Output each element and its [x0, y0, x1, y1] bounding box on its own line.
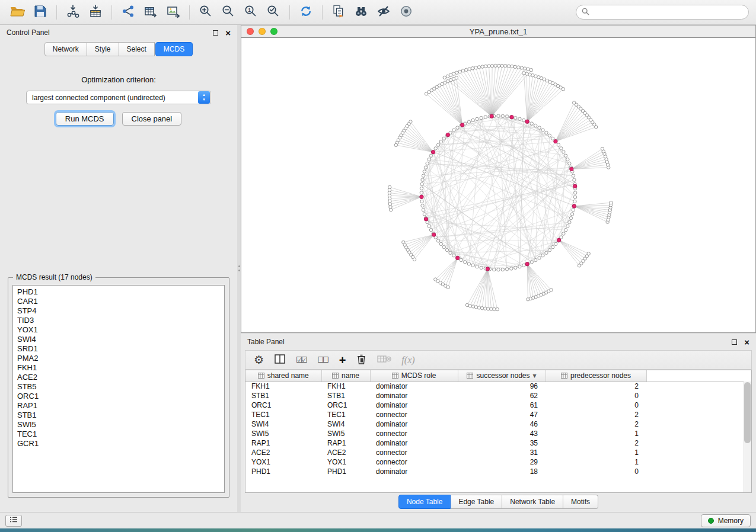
tab-network[interactable]: Network: [44, 42, 87, 56]
optimization-criterion-label: Optimization criterion:: [0, 75, 237, 84]
table-row[interactable]: SWI4SWI4dominator462: [245, 419, 751, 429]
search-binoculars-button[interactable]: [350, 3, 372, 22]
table-row[interactable]: ORC1ORC1dominator610: [245, 400, 751, 410]
mcds-result-item[interactable]: SRD1: [17, 344, 220, 354]
clear-table-button[interactable]: [377, 354, 391, 366]
zoom-out-button[interactable]: [218, 3, 239, 22]
column-header-predecessor-nodes[interactable]: predecessor nodes: [546, 370, 646, 382]
add-column-button[interactable]: +: [339, 354, 346, 366]
show-columns-button[interactable]: [274, 354, 286, 366]
table-settings-button[interactable]: ⚙: [254, 354, 264, 366]
control-panel-tabs: Network Style Select MCDS: [0, 40, 237, 61]
tab-network-table[interactable]: Network Table: [502, 495, 563, 509]
maximize-window-icon[interactable]: [270, 28, 277, 35]
zoom-selected-button[interactable]: [263, 3, 284, 22]
table-cell: 2: [546, 410, 646, 419]
memory-button[interactable]: Memory: [701, 514, 751, 527]
export-image-icon: [166, 4, 180, 20]
mcds-result-item[interactable]: YOX1: [17, 325, 220, 335]
open-file-button[interactable]: [7, 3, 28, 22]
table-cell: SWI4: [321, 419, 370, 429]
float-panel-icon[interactable]: [213, 30, 218, 36]
close-panel-button[interactable]: Close panel: [122, 112, 182, 126]
refresh-layout-button[interactable]: [295, 3, 317, 22]
column-header-name[interactable]: name: [321, 370, 370, 382]
export-table-button[interactable]: [140, 3, 161, 22]
table-row[interactable]: ACE2ACE2connector311: [245, 448, 751, 457]
table-cell: PHD1: [321, 467, 370, 476]
select-all-rows-button[interactable]: ☑☑: [296, 355, 307, 364]
copy-document-button[interactable]: [328, 3, 349, 22]
table-row[interactable]: FKH1FKH1dominator962: [245, 382, 751, 391]
mcds-result-item[interactable]: PHD1: [17, 287, 220, 297]
mcds-result-item[interactable]: PMA2: [17, 354, 220, 363]
mcds-result-item[interactable]: TEC1: [17, 430, 220, 439]
status-menu-button[interactable]: [5, 515, 22, 527]
mcds-result-item[interactable]: RAP1: [17, 401, 220, 411]
import-table-button[interactable]: [85, 3, 106, 22]
tab-edge-table[interactable]: Edge Table: [451, 495, 502, 509]
export-image-button[interactable]: [162, 3, 184, 22]
close-panel-icon[interactable]: ×: [225, 28, 231, 37]
column-type-icon: [332, 373, 339, 379]
tab-select[interactable]: Select: [119, 42, 155, 56]
tab-motifs[interactable]: Motifs: [563, 495, 598, 509]
mcds-result-item[interactable]: STB1: [17, 411, 220, 420]
table-row[interactable]: YOX1YOX1connector291: [245, 457, 751, 467]
search-input[interactable]: [593, 8, 743, 17]
search-box[interactable]: [576, 5, 749, 20]
mcds-result-item[interactable]: FKH1: [17, 363, 220, 373]
network-canvas[interactable]: [241, 37, 755, 332]
close-table-panel-icon[interactable]: ×: [744, 338, 749, 347]
network-window-titlebar[interactable]: YPA_prune.txt_1: [241, 25, 755, 37]
zoom-actual-size-button[interactable]: 1: [240, 3, 261, 22]
column-header-mcds-role[interactable]: MCDS role: [370, 370, 458, 382]
mcds-result-item[interactable]: ORC1: [17, 392, 220, 401]
save-session-button[interactable]: [30, 3, 51, 22]
table-cell: [646, 410, 751, 419]
memory-status-icon: [708, 518, 714, 524]
minimize-window-icon[interactable]: [259, 28, 266, 35]
tab-style[interactable]: Style: [87, 42, 119, 56]
mcds-result-item[interactable]: SWI4: [17, 335, 220, 344]
close-window-icon[interactable]: [247, 28, 254, 35]
function-builder-button[interactable]: f(x): [401, 355, 414, 366]
mcds-result-item[interactable]: TID3: [17, 316, 220, 325]
table-row[interactable]: TEC1TEC1connector472: [245, 410, 751, 419]
criterion-dropdown[interactable]: largest connected component (undirected)…: [26, 91, 211, 104]
show-graphics-details-button[interactable]: [395, 3, 417, 22]
toolbar-separator: [111, 5, 112, 20]
import-network-button[interactable]: [62, 3, 84, 22]
table-scrollbar-thumb[interactable]: [744, 382, 751, 443]
run-mcds-button[interactable]: Run MCDS: [56, 112, 114, 126]
mcds-result-item[interactable]: GCR1: [17, 439, 220, 448]
table-cell: dominator: [370, 467, 458, 476]
float-table-panel-icon[interactable]: [732, 339, 737, 345]
deselect-all-rows-button[interactable]: ☐☐: [317, 355, 328, 364]
share-network-button[interactable]: [117, 3, 139, 22]
table-row[interactable]: STB1STB1dominator620: [245, 391, 751, 400]
table-cell: 31: [458, 448, 546, 457]
zoom-in-button[interactable]: [195, 3, 216, 22]
column-header-shared-name[interactable]: shared name: [245, 370, 321, 382]
mcds-result-item[interactable]: STP4: [17, 306, 220, 316]
column-header-successor-nodes[interactable]: successor nodes▾: [458, 370, 546, 382]
network-canvas-svg: [241, 38, 755, 332]
column-type-icon: [467, 373, 473, 379]
mcds-result-item[interactable]: STB5: [17, 382, 220, 392]
tab-mcds[interactable]: MCDS: [155, 42, 193, 56]
mcds-result-item[interactable]: CAR1: [17, 297, 220, 306]
delete-column-button[interactable]: [356, 353, 367, 367]
mcds-result-item[interactable]: SWI5: [17, 420, 220, 430]
table-row[interactable]: RAP1RAP1dominator352: [245, 438, 751, 448]
mcds-result-list[interactable]: PHD1CAR1STP4TID3YOX1SWI4SRD1PMA2FKH1ACE2…: [12, 285, 225, 493]
table-cell: 29: [458, 457, 546, 467]
hide-analyzer-button[interactable]: [373, 3, 394, 22]
table-row[interactable]: SWI5SWI5connector431: [245, 429, 751, 438]
table-row[interactable]: PHD1PHD1dominator180: [245, 467, 751, 476]
tab-node-table[interactable]: Node Table: [398, 495, 451, 509]
mcds-result-item[interactable]: ACE2: [17, 373, 220, 382]
table-cell: 1: [546, 429, 646, 438]
table-cell: SWI4: [245, 419, 321, 429]
fx-icon: f(x): [401, 355, 414, 366]
